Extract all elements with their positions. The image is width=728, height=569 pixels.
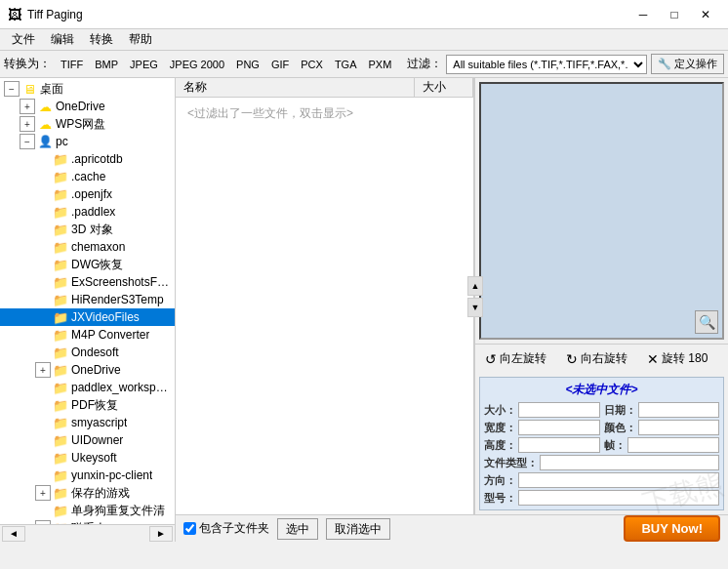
- model-label: 型号：: [484, 491, 516, 506]
- height-value: [518, 437, 600, 453]
- close-button[interactable]: ✕: [691, 5, 720, 24]
- scroll-arrow-down[interactable]: ▼: [467, 298, 483, 317]
- format-tiff[interactable]: TIFF: [57, 57, 87, 72]
- tree-item-desktop[interactable]: − 🖥 桌面: [0, 80, 175, 98]
- include-subfolders-input[interactable]: [183, 522, 196, 535]
- tree-item-openjfx[interactable]: 📁 .openjfx: [0, 185, 175, 203]
- format-pcx[interactable]: PCX: [297, 57, 327, 72]
- tree-item-yunxin[interactable]: 📁 yunxin-pc-client: [0, 467, 175, 484]
- bottom-bar: 包含子文件夹 选中 取消选中 BUY Now!: [176, 514, 728, 542]
- format-tga[interactable]: TGA: [331, 57, 361, 72]
- tree-item-exscreenshots[interactable]: 📁 ExScreenshotsFolde: [0, 273, 175, 291]
- include-subfolders-checkbox[interactable]: 包含子文件夹: [183, 520, 269, 537]
- file-list-panel: 名称 大小 <过滤出了一些文件，双击显示> ▲ ▼: [176, 78, 474, 514]
- tree-expander-hirender: [35, 292, 51, 307]
- color-label: 颜色：: [604, 421, 636, 435]
- direction-row: 方向：: [484, 472, 719, 488]
- tree-label-ondesoft: Ondesoft: [71, 345, 119, 359]
- tree-item-jxvideo[interactable]: 📁 JXVideoFiles: [0, 308, 175, 326]
- menu-edit[interactable]: 编辑: [43, 29, 82, 50]
- tree-item-cache[interactable]: 📁 .cache: [0, 168, 175, 185]
- uidowner-icon: 📁: [53, 432, 68, 448]
- tree-item-onedrive[interactable]: + ☁ OneDrive: [0, 98, 175, 115]
- rotate-180-icon: ✕: [647, 351, 659, 367]
- hirender-icon: 📁: [53, 292, 68, 307]
- frame-label: 帧：: [604, 438, 626, 453]
- minimize-button[interactable]: ─: [628, 5, 658, 24]
- tree-item-uidowner[interactable]: 📁 UIDowner: [0, 431, 175, 449]
- tree-item-paddlex[interactable]: 📁 .paddlex: [0, 203, 175, 221]
- tree-expander-pc[interactable]: −: [20, 134, 35, 149]
- file-list-header: 名称 大小: [176, 78, 473, 98]
- tree-item-dwg[interactable]: 📁 DWG恢复: [0, 256, 175, 273]
- size-row: 大小：: [484, 402, 600, 418]
- tree-item-ondesoft[interactable]: 📁 Ondesoft: [0, 344, 175, 361]
- tree-scroll-right[interactable]: ►: [149, 526, 173, 542]
- menu-file[interactable]: 文件: [4, 29, 43, 50]
- tree-expander-smyascript: [35, 415, 51, 430]
- m4p-icon: 📁: [53, 327, 68, 343]
- buy-button[interactable]: BUY Now!: [624, 515, 720, 542]
- jxvideo-icon: 📁: [53, 309, 68, 325]
- tree-item-m4p[interactable]: 📁 M4P Converter: [0, 326, 175, 344]
- scroll-arrow-up[interactable]: ▲: [467, 276, 483, 296]
- tree-item-chemaxon[interactable]: 📁 chemaxon: [0, 238, 175, 256]
- size-label: 大小：: [484, 403, 516, 418]
- deselect-button[interactable]: 取消选中: [326, 518, 390, 540]
- rotate-180-label: 旋转 180: [662, 350, 708, 367]
- menu-convert[interactable]: 转换: [82, 29, 121, 50]
- tree-label-pc: pc: [56, 135, 68, 148]
- filter-select[interactable]: All suitable files (*.TIF,*.TIFF,*.FAX,*…: [446, 55, 647, 74]
- exscreenshots-icon: 📁: [53, 274, 68, 290]
- openjfx-icon: 📁: [53, 186, 68, 202]
- tree-expander-onedrive2[interactable]: +: [35, 362, 51, 378]
- tree-item-3d[interactable]: 📁 3D 对象: [0, 221, 175, 238]
- col-name: 名称: [176, 78, 415, 97]
- tree-expander-onedrive[interactable]: +: [20, 99, 35, 114]
- tree-item-savegame[interactable]: + 📁 保存的游戏: [0, 484, 175, 502]
- type-row: 文件类型：: [484, 455, 719, 470]
- zoom-button[interactable]: 🔍: [695, 310, 718, 334]
- tree-label-onedrive2: OneDrive: [71, 363, 121, 377]
- format-jpeg2000[interactable]: JPEG 2000: [166, 57, 228, 72]
- tree-scroll-left[interactable]: ◄: [2, 526, 25, 542]
- tree-expander-savegame[interactable]: +: [35, 485, 51, 501]
- format-png[interactable]: PNG: [232, 57, 263, 72]
- select-button[interactable]: 选中: [277, 518, 318, 540]
- app-icon: 🖼: [8, 7, 21, 22]
- rotate-180-button[interactable]: ✕ 旋转 180: [643, 348, 711, 369]
- tree-expander-duplicate: [35, 503, 51, 518]
- width-label: 宽度：: [484, 421, 516, 435]
- custom-ops-button[interactable]: 🔧 定义操作: [651, 54, 724, 74]
- format-pxm[interactable]: PXM: [365, 57, 396, 72]
- tree-item-paddlex2[interactable]: 📁 paddlex_workspace: [0, 379, 175, 396]
- ondesoft-icon: 📁: [53, 345, 68, 360]
- format-jpeg[interactable]: JPEG: [126, 57, 162, 72]
- format-bmp[interactable]: BMP: [91, 57, 122, 72]
- tree-item-ukeysoft[interactable]: 📁 Ukeysoft: [0, 449, 175, 467]
- tree-item-onedrive2[interactable]: + 📁 OneDrive: [0, 361, 175, 379]
- tree-label-yunxin: yunxin-pc-client: [71, 468, 152, 482]
- tree-item-smyascript[interactable]: 📁 smyascript: [0, 414, 175, 431]
- pdf-icon: 📁: [53, 397, 68, 413]
- tree-item-pc[interactable]: − 👤 pc: [0, 133, 175, 150]
- tree-expander-wps[interactable]: +: [20, 116, 35, 132]
- maximize-button[interactable]: □: [660, 5, 689, 24]
- rotate-right-button[interactable]: ↻ 向右旋转: [562, 348, 631, 369]
- tree-item-hirender[interactable]: 📁 HiRenderS3Temp: [0, 291, 175, 308]
- tree-item-duplicate[interactable]: 📁 单身狗重复文件清: [0, 502, 175, 519]
- tree-item-wps[interactable]: + ☁ WPS网盘: [0, 115, 175, 133]
- file-info-panel: <未选中文件> 大小： 日期： 宽度：: [479, 377, 724, 510]
- menu-help[interactable]: 帮助: [121, 29, 160, 50]
- tree-expander-desktop[interactable]: −: [4, 81, 20, 97]
- file-list-body[interactable]: <过滤出了一些文件，双击显示>: [176, 98, 473, 514]
- pc-icon: 👤: [37, 134, 53, 149]
- tree-item-apricotdb[interactable]: 📁 .apricotdb: [0, 150, 175, 168]
- tree-item-pdf[interactable]: 📁 PDF恢复: [0, 396, 175, 414]
- format-gif[interactable]: GIF: [267, 57, 293, 72]
- tree-expander-3d: [35, 222, 51, 237]
- tree-label-3d: 3D 对象: [71, 222, 113, 238]
- convert-label: 转换为：: [4, 56, 51, 72]
- type-value: [540, 455, 719, 470]
- rotate-left-button[interactable]: ↺ 向左旋转: [481, 348, 550, 369]
